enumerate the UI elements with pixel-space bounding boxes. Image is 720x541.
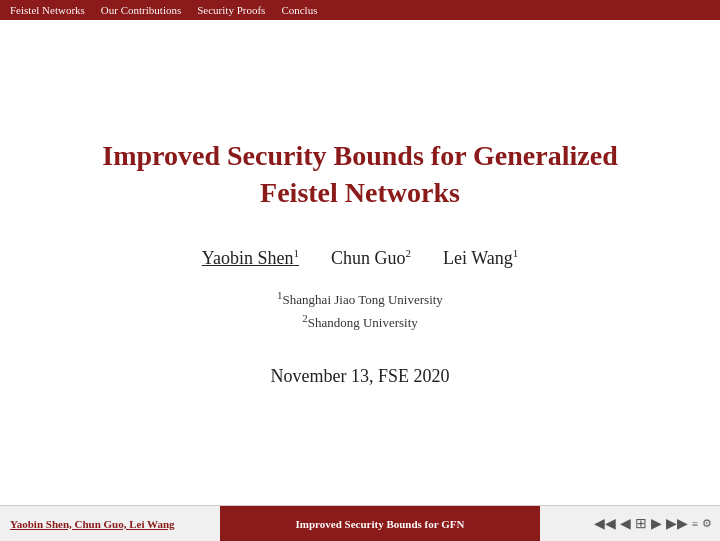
nav-last-icon[interactable]: ▶▶: [666, 515, 688, 532]
affiliation-1: 1Shanghai Jiao Tong University: [277, 289, 443, 308]
nav-item-security-proofs[interactable]: Security Proofs: [197, 4, 265, 16]
slide-title: Improved Security Bounds for Generalized…: [102, 138, 617, 211]
bottom-authors: Yaobin Shen, Chun Guo, Lei Wang: [0, 518, 220, 530]
bottom-bar: Yaobin Shen, Chun Guo, Lei Wang Improved…: [0, 505, 720, 541]
bottom-navigation: ◀◀ ◀ ⊞ ▶ ▶▶ ≡ ⚙: [540, 515, 720, 532]
nav-item-our-contributions[interactable]: Our Contributions: [101, 4, 181, 16]
presentation-date: November 13, FSE 2020: [271, 366, 450, 387]
slide-title-line2: Feistel Networks: [260, 177, 460, 208]
nav-next-icon[interactable]: ▶: [651, 515, 662, 532]
top-navigation: Feistel Networks Our Contributions Secur…: [0, 0, 720, 20]
affiliations-section: 1Shanghai Jiao Tong University 2Shandong…: [277, 289, 443, 336]
author-lei-wang: Lei Wang1: [443, 247, 518, 269]
slide-content: Improved Security Bounds for Generalized…: [0, 20, 720, 505]
nav-item-conclus[interactable]: Conclus: [281, 4, 317, 16]
nav-menu-icon[interactable]: ≡: [692, 518, 698, 530]
author-chun-guo: Chun Guo2: [331, 247, 411, 269]
author-yaobin-shen: Yaobin Shen1: [202, 247, 299, 269]
nav-settings-icon[interactable]: ⚙: [702, 517, 712, 530]
nav-first-icon[interactable]: ◀◀: [594, 515, 616, 532]
nav-presenter-icon[interactable]: ⊞: [635, 515, 647, 532]
bottom-title: Improved Security Bounds for GFN: [220, 506, 540, 541]
slide-title-line1: Improved Security Bounds for Generalized: [102, 140, 617, 171]
affiliation-2: 2Shandong University: [277, 312, 443, 331]
nav-item-feistel-networks[interactable]: Feistel Networks: [10, 4, 85, 16]
nav-prev-icon[interactable]: ◀: [620, 515, 631, 532]
authors-section: Yaobin Shen1 Chun Guo2 Lei Wang1: [202, 247, 518, 269]
